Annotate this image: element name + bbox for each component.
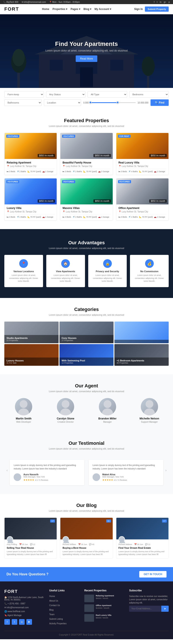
blog-card[interactable]: 41 Richard William 📅 30 Jun 💬 40 <box>60 518 113 558</box>
footer-link[interactable]: Team <box>49 613 79 616</box>
subscribe-form: ➤ <box>129 606 169 612</box>
property-baths: 🚿 2 Baths <box>17 170 26 172</box>
property-image: FEATURED $850 /m month <box>116 178 169 204</box>
subscribe-input[interactable] <box>129 606 161 612</box>
category-card[interactable]: +1 Bedroom Apartments 48 Properties <box>114 344 169 366</box>
categories-title: Categories <box>4 307 169 312</box>
blog-card[interactable]: 17 Richard Walson 📅 30 Jun 💬 12 <box>116 518 169 558</box>
footer: FORT 🏠 1234 North Avenue Luke Lane, Sout… <box>0 582 173 639</box>
property-sqft: 📐 70 Ft² (yard) <box>139 216 153 218</box>
search-type[interactable]: All Type <box>88 91 127 98</box>
testimonials-title: Our Testimonial <box>4 440 169 446</box>
footer-property-item[interactable]: Real Luxury Villa $9000 / Month <box>84 614 124 622</box>
property-image: FOR RENT $850 /m month <box>116 133 169 159</box>
footer-prop-price: $9000 / Month <box>96 597 114 600</box>
property-price: $850 /m month <box>149 200 167 203</box>
property-card[interactable]: FEATURED $850 /m month Relaxing Apartmen… <box>4 133 57 175</box>
social-pi[interactable]: p <box>169 1 170 3</box>
agent-card[interactable]: Martin Smith Web Developer <box>4 398 43 423</box>
agents-title: Our Agent <box>4 383 169 389</box>
blog-comments: 💬 12 <box>145 543 150 546</box>
property-sqft: 📐 70 Ft² (yard) <box>83 170 97 172</box>
category-count: 12 Properties <box>62 362 112 364</box>
hero-subtitle: Lorem ipsum dolor sit amet, consectetur … <box>45 49 128 52</box>
search-bathrooms[interactable]: Bathrooms <box>4 100 42 106</box>
subscribe-button[interactable]: ➤ <box>161 606 169 612</box>
agent-card[interactable]: Brandon Miller Manager <box>88 398 127 423</box>
testi-next-button[interactable]: › <box>166 468 167 472</box>
search-status[interactable]: Any Status <box>46 91 86 98</box>
footer-property-item[interactable]: Office Apartment $15000 / Month <box>84 604 124 612</box>
nav-home[interactable]: Home <box>42 8 49 10</box>
price-slider-thumb-right[interactable] <box>116 101 119 104</box>
footer-link[interactable]: Activity Properties <box>49 622 79 625</box>
testi-prev-button[interactable]: ‹ <box>6 468 7 472</box>
search-location[interactable]: Location <box>44 100 81 106</box>
social-in[interactable]: in <box>160 1 162 3</box>
hero-cta-button[interactable]: Read More <box>76 56 97 62</box>
property-garage: 🚗 1 Garage <box>42 170 53 172</box>
agent-role: Web Developer <box>4 421 43 423</box>
search-bedrooms[interactable]: Bedrooms <box>129 91 169 98</box>
footer-link[interactable]: Contact Us <box>49 604 79 607</box>
category-name: Luxury Houses <box>6 359 56 362</box>
get-in-touch-button[interactable]: GET IN TOUCH <box>139 571 167 578</box>
social-tw[interactable]: t <box>157 1 158 3</box>
signin-button[interactable]: Sign In <box>134 8 143 10</box>
property-image: FEATURED $850 /m month <box>60 133 112 159</box>
footer-property-item[interactable]: Relaxing Apartment $9000 / Month <box>84 595 124 602</box>
category-card[interactable] <box>114 322 169 343</box>
nav-account[interactable]: My Account ▾ <box>95 8 111 10</box>
social-gp[interactable]: g+ <box>164 1 166 3</box>
category-card[interactable]: With Swimming Pool 12 Properties <box>59 344 114 366</box>
agent-card[interactable]: Michelle Nelson Support Manager <box>130 398 169 423</box>
category-card[interactable]: Cozy Houses 17 Properties <box>59 322 114 343</box>
category-overlay: Cozy Houses 17 Properties <box>59 335 114 343</box>
agent-card[interactable]: Carolyn Stone Creative Director <box>46 398 85 423</box>
property-badge: FEATURED <box>62 135 75 138</box>
property-card[interactable]: FOR RENT $850 /m month Real Luxury Villa… <box>116 133 169 175</box>
footer-link[interactable]: Home <box>49 595 79 598</box>
property-card[interactable]: FEATURED $850 /m month Office Apartment … <box>116 178 169 220</box>
price-slider-thumb-left[interactable] <box>89 101 92 104</box>
footer-link[interactable]: Blog <box>49 608 79 612</box>
footer-social-yt[interactable]: ▶ <box>26 619 32 625</box>
site-logo[interactable]: FORT <box>4 6 19 12</box>
nav-pages[interactable]: Pages ▾ <box>70 8 80 10</box>
search-find-button[interactable]: 🔍 Find <box>151 100 169 106</box>
property-name: Masons Villas <box>62 206 110 210</box>
blog-card[interactable]: 17 Amy Polling 📅 30 Jun 💬 12 Sel <box>4 518 57 558</box>
advantage-title: Privacy and Security <box>91 270 124 273</box>
category-card[interactable]: Studio Apartments 22 Properties <box>4 322 59 343</box>
footer-social-tw[interactable]: t <box>12 619 17 625</box>
property-image: FEATURED $850 /m month <box>60 178 112 204</box>
featured-subtitle: Lorem ipsum dolor sit amet, consectetur … <box>4 125 169 127</box>
search-farmkeep[interactable]: Farm-keep <box>4 91 44 98</box>
nav-properties[interactable]: Properties ▾ <box>52 8 67 10</box>
blog-author-chip <box>62 536 69 543</box>
nav-blog[interactable]: Blog ▾ <box>83 8 91 10</box>
cta-text: Do You Have Questions ? <box>6 572 48 576</box>
footer-link[interactable]: About Us <box>49 599 79 602</box>
footer-social-fb[interactable]: f <box>4 619 10 625</box>
property-sqft: 📐 70 Ft² (yard) <box>83 216 97 218</box>
property-price: $850 /m month <box>38 154 55 157</box>
property-baths: 🚿 2 Baths <box>72 216 82 218</box>
property-card[interactable]: FEATURED $850 /m month Beautiful Family … <box>60 133 113 175</box>
price-max: 10.000.000 <box>138 102 148 104</box>
advantages-section: Our Advantages Lorem ipsum dolor sit ame… <box>0 229 173 298</box>
testimonials-header: Our Testimonial Lorem ipsum dolor sit am… <box>4 440 169 450</box>
category-name: Studio Apartments <box>6 337 56 339</box>
footer-link[interactable]: Submit Listing <box>49 617 79 620</box>
category-name: With Swimming Pool <box>62 359 112 362</box>
footer-social-in[interactable]: in <box>19 619 25 625</box>
social-fb[interactable]: f <box>154 1 155 3</box>
property-card[interactable]: FEATURED $850 /m month Masons Villas 📍 L… <box>60 178 113 220</box>
property-price: $850 /m month <box>38 200 55 203</box>
property-card[interactable]: FEATURED $850 /m month Luxury Villa 📍 Lu… <box>4 178 57 220</box>
svg-point-19 <box>102 408 113 415</box>
price-slider-track[interactable] <box>90 102 136 103</box>
submit-property-button[interactable]: Submit Property <box>145 6 169 12</box>
blog-title-text: Buying a Best House <box>62 546 110 549</box>
category-card[interactable]: Luxury Houses 41 For Sale <box>4 344 59 366</box>
